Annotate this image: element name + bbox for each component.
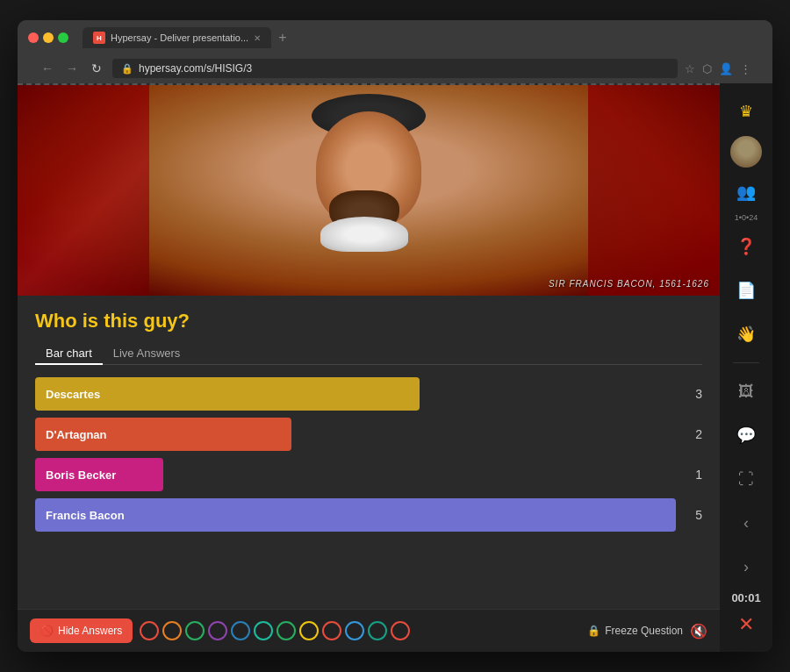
bar-wrapper: D'Artagnan	[35, 418, 676, 451]
url-text: hypersay.com/s/HISIG/3	[139, 62, 252, 75]
bar-fill: D'Artagnan	[35, 418, 291, 451]
back-button[interactable]: ←	[39, 61, 56, 75]
red-drape-right	[588, 85, 720, 296]
tab-bar-chart[interactable]: Bar chart	[35, 343, 103, 365]
freeze-question-button[interactable]: 🔒 Freeze Question	[587, 625, 683, 637]
participants-icon: 👥	[736, 182, 756, 202]
bar-count: 5	[685, 508, 702, 522]
avatar-image	[730, 136, 762, 168]
question-mark-icon: ❓	[736, 237, 756, 256]
bar-label: D'Artagnan	[46, 428, 107, 441]
hide-answers-button[interactable]: 🚫 Hide Answers	[30, 618, 133, 643]
color-circles	[140, 621, 580, 640]
minimize-traffic-light[interactable]	[43, 32, 54, 43]
bar-count: 1	[685, 468, 702, 482]
tab-title: Hypersay - Deliver presentatio...	[111, 32, 248, 43]
address-bar[interactable]: 🔒 hypersay.com/s/HISIG/3	[112, 59, 678, 78]
notes-button[interactable]: 📄	[727, 271, 765, 310]
crown-button[interactable]: ♛	[727, 92, 765, 131]
bar-count: 2	[685, 427, 702, 441]
presentation-area: SIR FRANCIS BACON, 1561-1626 Who is this…	[18, 83, 720, 652]
chat-button[interactable]: 💬	[727, 416, 765, 454]
bar-row: Francis Bacon5	[35, 498, 702, 532]
painting-caption: SIR FRANCIS BACON, 1561-1626	[549, 279, 709, 289]
menu-icon[interactable]: ⋮	[740, 62, 751, 75]
tab-live-answers[interactable]: Live Answers	[103, 343, 191, 365]
close-button[interactable]: ✕	[738, 613, 754, 636]
bar-label: Descartes	[46, 388, 100, 401]
fullscreen-button[interactable]: ⛶	[727, 460, 765, 498]
sound-button[interactable]: 🔇	[690, 623, 707, 640]
prev-icon: ‹	[743, 514, 749, 533]
refresh-button[interactable]: ↻	[88, 61, 105, 75]
color-circle-0[interactable]	[140, 621, 159, 640]
reactions-icon: 👋	[736, 325, 756, 344]
next-button[interactable]: ›	[727, 547, 765, 586]
extensions-icon[interactable]: ⬡	[702, 62, 712, 75]
color-circle-4[interactable]	[231, 621, 250, 640]
title-bar: H Hypersay - Deliver presentatio... ✕ +	[28, 27, 762, 48]
color-circle-3[interactable]	[208, 621, 227, 640]
chart-tabs: Bar chart Live Answers	[35, 343, 702, 365]
portrait-section: SIR FRANCIS BACON, 1561-1626	[18, 85, 720, 296]
reactions-button[interactable]: 👋	[727, 315, 765, 354]
maximize-traffic-light[interactable]	[58, 32, 68, 43]
timer-display: 00:01	[731, 591, 760, 604]
bar-wrapper: Boris Becker	[35, 458, 676, 491]
bar-fill: Descartes	[35, 377, 420, 411]
traffic-lights	[28, 32, 68, 43]
color-circle-2[interactable]	[185, 621, 205, 640]
bar-label: Francis Bacon	[46, 509, 125, 522]
color-circle-11[interactable]	[391, 621, 410, 640]
color-circle-7[interactable]	[299, 621, 319, 640]
color-circle-1[interactable]	[162, 621, 182, 640]
media-button[interactable]: 🖼	[727, 372, 765, 411]
freeze-icon: 🔒	[587, 625, 600, 637]
bar-row: Descartes3	[35, 377, 702, 411]
participants-button[interactable]: 👥	[727, 173, 765, 211]
prev-button[interactable]: ‹	[727, 504, 765, 542]
next-icon: ›	[743, 558, 749, 576]
color-circle-9[interactable]	[345, 621, 364, 640]
active-tab[interactable]: H Hypersay - Deliver presentatio... ✕	[83, 27, 271, 48]
bottom-toolbar: 🚫 Hide Answers 🔒 Freeze Question 🔇	[18, 609, 720, 652]
nav-icons: ☆ ⬡ 👤 ⋮	[685, 62, 751, 75]
bookmark-icon[interactable]: ☆	[685, 62, 695, 75]
browser-chrome: H Hypersay - Deliver presentatio... ✕ + …	[18, 20, 772, 83]
bar-row: Boris Becker1	[35, 458, 702, 491]
bar-row: D'Artagnan2	[35, 418, 702, 451]
hide-answers-label: Hide Answers	[58, 625, 122, 637]
portrait-collar	[320, 217, 408, 252]
close-traffic-light[interactable]	[28, 32, 39, 43]
portrait-face	[312, 94, 426, 234]
right-sidebar: ♛ 👥 1•0•24 ❓ 📄 👋 🖼 �	[720, 83, 772, 652]
profile-icon[interactable]: 👤	[719, 62, 733, 75]
red-drape-left	[18, 85, 149, 296]
hide-answers-icon: 🚫	[40, 625, 54, 637]
browser-window: H Hypersay - Deliver presentatio... ✕ + …	[18, 20, 772, 652]
bar-chart: Descartes3D'Artagnan2Boris Becker1Franci…	[35, 377, 702, 532]
tab-close-button[interactable]: ✕	[254, 33, 261, 43]
participants-count: 1•0•24	[735, 213, 758, 222]
crown-icon: ♛	[739, 102, 753, 121]
color-circle-8[interactable]	[322, 621, 341, 640]
bar-wrapper: Descartes	[35, 377, 676, 411]
lock-icon: 🔒	[121, 63, 133, 75]
browser-tabs: H Hypersay - Deliver presentatio... ✕ +	[83, 27, 762, 48]
chat-icon: 💬	[736, 425, 756, 445]
color-circle-6[interactable]	[276, 621, 296, 640]
bar-fill: Boris Becker	[35, 458, 163, 491]
painting: SIR FRANCIS BACON, 1561-1626	[18, 85, 720, 296]
forward-button[interactable]: →	[63, 61, 81, 75]
new-tab-button[interactable]: +	[275, 30, 290, 46]
questions-button[interactable]: ❓	[727, 227, 765, 266]
color-circle-5[interactable]	[254, 621, 273, 640]
sidebar-divider	[733, 362, 759, 363]
notes-icon: 📄	[736, 281, 756, 300]
bar-count: 3	[685, 387, 702, 401]
avatar-button[interactable]	[730, 136, 762, 168]
media-icon: 🖼	[738, 382, 754, 401]
question-section: Who is this guy? Bar chart Live Answers …	[18, 296, 720, 609]
fullscreen-icon: ⛶	[738, 470, 754, 489]
color-circle-10[interactable]	[368, 621, 387, 640]
